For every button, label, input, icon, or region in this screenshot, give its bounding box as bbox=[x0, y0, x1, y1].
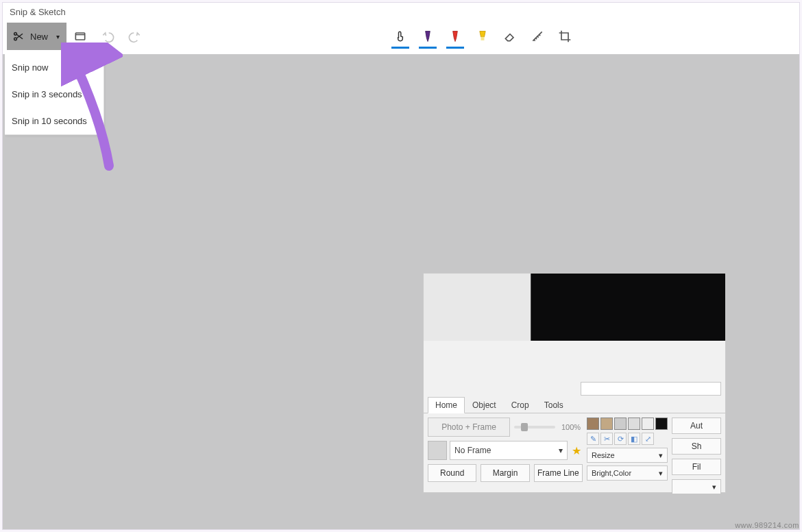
auto-button[interactable]: Aut bbox=[672, 418, 721, 434]
toolbar: New ▾ bbox=[3, 21, 799, 52]
app-window: Snip & Sketch New ▾ bbox=[2, 2, 800, 530]
zoom-slider[interactable] bbox=[514, 426, 555, 428]
tab-crop[interactable]: Crop bbox=[504, 397, 537, 413]
star-icon[interactable]: ★ bbox=[570, 444, 583, 457]
eraser-button[interactable] bbox=[497, 23, 523, 50]
svg-rect-2 bbox=[75, 33, 84, 40]
swatch[interactable] bbox=[655, 418, 668, 430]
zoom-label: 100% bbox=[559, 423, 583, 431]
menu-snip-10s[interactable]: Snip in 10 seconds bbox=[5, 108, 104, 134]
frame-select-label: No Frame bbox=[454, 446, 491, 455]
svg-rect-3 bbox=[481, 37, 485, 40]
tab-object[interactable]: Object bbox=[465, 397, 504, 413]
brightcolor-dropdown[interactable]: Bright,Color▾ bbox=[587, 466, 668, 481]
title-bar: Snip & Sketch bbox=[3, 3, 799, 21]
chevron-down-icon: ▾ bbox=[559, 446, 563, 455]
highlighter-button[interactable] bbox=[470, 23, 496, 50]
inner-preview-dark bbox=[531, 274, 725, 341]
inner-field[interactable] bbox=[581, 382, 721, 396]
new-button[interactable]: New ▾ bbox=[7, 23, 66, 50]
inner-right-col: Aut Sh Fil ▾ bbox=[672, 418, 721, 494]
new-button-label: New bbox=[30, 32, 48, 42]
chevron-down-icon: ▾ bbox=[712, 483, 716, 492]
chevron-down-icon: ▾ bbox=[56, 33, 60, 40]
frame-select[interactable]: No Frame ▾ bbox=[450, 441, 568, 460]
mini-tool-icon[interactable]: ✂ bbox=[600, 433, 613, 445]
app-title: Snip & Sketch bbox=[10, 7, 66, 17]
inner-body: Photo + Frame 100% No Frame ▾ ★ Round bbox=[424, 413, 725, 498]
frame-swatch[interactable] bbox=[428, 441, 447, 460]
mini-tool-icon[interactable]: ◧ bbox=[628, 433, 640, 445]
right-dropdown[interactable]: ▾ bbox=[672, 479, 721, 494]
margin-button[interactable]: Margin bbox=[481, 464, 529, 482]
frameline-button[interactable]: Frame Line bbox=[534, 464, 583, 482]
inner-mid-col: ✎ ✂ ⟳ ◧ ⤢ Resize▾ Bright,Color▾ bbox=[587, 418, 668, 494]
touch-writing-button[interactable] bbox=[387, 23, 413, 50]
scissors-icon bbox=[12, 30, 25, 43]
redo-button[interactable] bbox=[121, 23, 149, 50]
sh-button[interactable]: Sh bbox=[672, 438, 721, 455]
mini-tool-icon[interactable]: ✎ bbox=[587, 433, 599, 445]
chevron-down-icon: ▾ bbox=[659, 469, 663, 478]
chevron-down-icon: ▾ bbox=[659, 451, 663, 460]
swatch[interactable] bbox=[642, 418, 654, 430]
brightcolor-label: Bright,Color bbox=[592, 469, 631, 477]
inner-spacer bbox=[424, 341, 725, 396]
swatch[interactable] bbox=[628, 418, 640, 430]
watermark: www.989214.com bbox=[735, 521, 799, 529]
undo-button[interactable] bbox=[94, 23, 121, 50]
swatch[interactable] bbox=[587, 418, 599, 430]
swatch[interactable] bbox=[600, 418, 613, 430]
new-dropdown: Snip now Snip in 3 seconds Snip in 10 se… bbox=[5, 54, 104, 135]
tab-home[interactable]: Home bbox=[428, 397, 465, 413]
resize-dropdown[interactable]: Resize▾ bbox=[587, 448, 668, 463]
ballpoint-pen-button[interactable] bbox=[415, 23, 441, 50]
inner-preview bbox=[424, 274, 725, 341]
round-button[interactable]: Round bbox=[428, 464, 476, 482]
menu-snip-now[interactable]: Snip now bbox=[5, 54, 104, 81]
tab-tools[interactable]: Tools bbox=[537, 397, 571, 413]
photo-frame-button[interactable]: Photo + Frame bbox=[428, 418, 510, 437]
swatch[interactable] bbox=[614, 418, 627, 430]
resize-label: Resize bbox=[592, 451, 615, 459]
inner-preview-light bbox=[424, 274, 531, 341]
mini-tools: ✎ ✂ ⟳ ◧ ⤢ bbox=[587, 433, 668, 445]
menu-snip-3s[interactable]: Snip in 3 seconds bbox=[5, 81, 104, 108]
open-button[interactable] bbox=[66, 23, 94, 50]
color-swatches bbox=[587, 418, 668, 430]
mini-tool-icon[interactable]: ⤢ bbox=[642, 433, 654, 445]
ruler-button[interactable] bbox=[524, 23, 550, 50]
embedded-app-panel: Home Object Crop Tools Photo + Frame 100… bbox=[423, 273, 726, 493]
tool-group bbox=[387, 23, 578, 50]
crop-button[interactable] bbox=[552, 23, 578, 50]
fil-button[interactable]: Fil bbox=[672, 459, 721, 475]
pencil-button[interactable] bbox=[442, 23, 468, 50]
inner-left-col: Photo + Frame 100% No Frame ▾ ★ Round bbox=[428, 418, 583, 494]
inner-tabs: Home Object Crop Tools bbox=[424, 396, 725, 413]
canvas-area: Home Object Crop Tools Photo + Frame 100… bbox=[3, 54, 799, 529]
mini-tool-icon[interactable]: ⟳ bbox=[614, 433, 627, 445]
